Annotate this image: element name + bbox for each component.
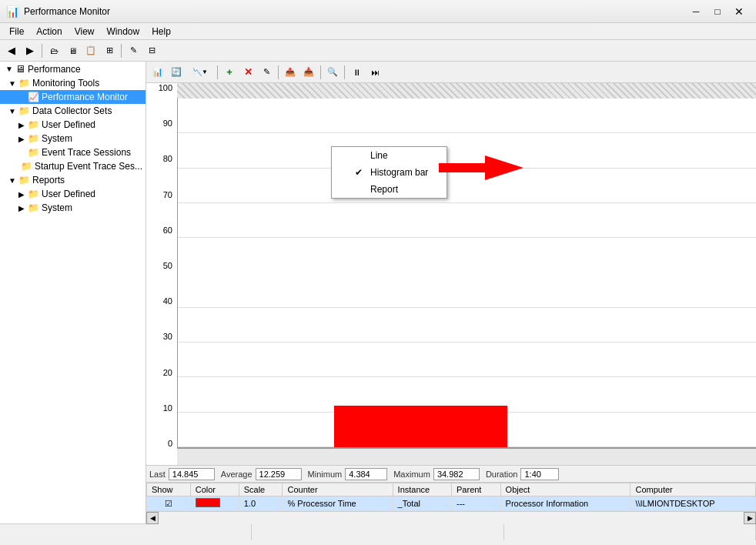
sidebar-item-performance-monitor[interactable]: 📈 Performance Monitor xyxy=(0,90,146,104)
x-axis xyxy=(177,448,756,465)
cell-parent: --- xyxy=(452,497,501,511)
expander-icon: ▶ xyxy=(15,135,28,143)
sidebar-item-startup-event-trace[interactable]: 📁 Startup Event Trace Ses... xyxy=(0,159,146,173)
sidebar-item-user-defined[interactable]: ▶ 📁 User Defined xyxy=(0,118,146,132)
monitor-button[interactable]: 🖥 xyxy=(64,42,81,59)
col-counter: Counter xyxy=(283,483,393,497)
menu-window[interactable]: Window xyxy=(101,25,146,38)
sidebar-item-reports[interactable]: ▼ 📁 Reports xyxy=(0,173,146,187)
last-value-input[interactable] xyxy=(169,468,215,480)
maximum-value-input[interactable] xyxy=(433,468,480,480)
cell-show: ☑ xyxy=(147,497,191,511)
monitor-toolbar: 📊 🔄 📉 ▼ + ✕ ✎ 📤 📥 🔍 ⏸ ⏭ xyxy=(146,62,756,83)
grid-button[interactable]: ⊞ xyxy=(101,42,118,59)
copy-button[interactable]: 📤 xyxy=(282,64,299,81)
content-panel: 📊 🔄 📉 ▼ + ✕ ✎ 📤 📥 🔍 ⏸ ⏭ Line xyxy=(146,62,756,523)
pause-button[interactable]: ⏸ xyxy=(348,64,365,81)
maximize-button[interactable]: □ xyxy=(707,3,728,20)
y-label-0: 0 xyxy=(146,439,172,448)
y-label-90: 90 xyxy=(146,119,172,128)
folder-button[interactable]: 🗁 xyxy=(45,42,62,59)
scroll-right-button[interactable]: ▶ xyxy=(744,512,756,524)
add-counter-button[interactable]: + xyxy=(221,64,238,81)
bottom-status-bar xyxy=(0,523,756,540)
y-label-30: 30 xyxy=(146,332,172,341)
dropdown-item-histogram-bar[interactable]: ✔ Histogram bar xyxy=(332,164,447,181)
cell-instance: _Total xyxy=(393,497,451,511)
sidebar-item-label: Reports xyxy=(32,175,65,186)
stats-bar: Last Average Minimum Maximum Duration xyxy=(146,465,756,482)
table-row[interactable]: ☑ 1.0 % Processor Time _Total --- Proces… xyxy=(147,497,756,511)
chart-area: 100 90 80 70 60 50 40 30 20 10 0 xyxy=(146,83,756,465)
average-value-input[interactable] xyxy=(256,468,302,480)
cell-computer: \\ILMIONTDESKTOP xyxy=(631,497,756,511)
expander-icon: ▶ xyxy=(15,190,28,199)
menu-action[interactable]: Action xyxy=(30,25,68,38)
folder-icon: 📁 xyxy=(28,119,39,130)
sidebar-item-reports-system[interactable]: ▶ 📁 System xyxy=(0,201,146,215)
edit-button[interactable]: ✎ xyxy=(125,42,142,59)
minimum-value-input[interactable] xyxy=(345,468,387,480)
list-button[interactable]: 📋 xyxy=(82,42,99,59)
toolbar-sep-4 xyxy=(344,65,345,79)
main-toolbar: ◀ ▶ 🗁 🖥 📋 ⊞ ✎ ⊟ xyxy=(0,40,756,62)
zoom-button[interactable]: 🔍 xyxy=(324,64,341,81)
sidebar-item-label: Data Collector Sets xyxy=(32,105,112,116)
minimize-button[interactable]: ─ xyxy=(685,3,707,20)
scroll-track[interactable] xyxy=(159,512,744,524)
folder-icon: 📁 xyxy=(21,161,32,172)
col-scale: Scale xyxy=(239,483,283,497)
chart-icon: 📈 xyxy=(28,92,39,102)
col-computer: Computer xyxy=(631,483,756,497)
delete-counter-button[interactable]: ✕ xyxy=(239,64,256,81)
back-button[interactable]: ◀ xyxy=(3,42,20,59)
col-color: Color xyxy=(190,483,239,497)
menu-help[interactable]: Help xyxy=(146,25,177,38)
y-label-20: 20 xyxy=(146,368,172,377)
folder-icon: 📁 xyxy=(18,175,30,186)
close-button[interactable]: ✕ xyxy=(728,3,750,20)
toolbar-separator-2 xyxy=(121,44,122,58)
y-label-40: 40 xyxy=(146,296,172,306)
highlight-button[interactable]: ✎ xyxy=(258,64,275,81)
sidebar-item-label: Performance xyxy=(28,64,81,75)
toolbar-sep-3 xyxy=(320,65,321,79)
menu-view[interactable]: View xyxy=(69,25,101,38)
cell-scale: 1.0 xyxy=(239,497,283,511)
menu-file[interactable]: File xyxy=(3,25,30,38)
horizontal-scrollbar[interactable]: ◀ ▶ xyxy=(146,511,756,523)
refresh-button[interactable]: 🔄 xyxy=(168,64,185,81)
scroll-left-button[interactable]: ◀ xyxy=(146,512,159,524)
sidebar-item-event-trace-sessions[interactable]: 📁 Event Trace Sessions xyxy=(0,145,146,159)
toolbar-separator xyxy=(42,44,42,58)
folder-icon: 📁 xyxy=(18,105,30,116)
title-bar: 📊 Performance Monitor ─ □ ✕ xyxy=(0,0,756,23)
checkmark-icon: ✔ xyxy=(355,167,370,178)
sidebar-item-performance[interactable]: ▼ 🖥 Performance xyxy=(0,62,146,76)
cell-color xyxy=(190,497,239,511)
sidebar-item-label: Monitoring Tools xyxy=(32,78,99,89)
view-type-button[interactable]: 📊 xyxy=(149,64,166,81)
sidebar-item-reports-user-defined[interactable]: ▶ 📁 User Defined xyxy=(0,187,146,201)
toolbar-sep xyxy=(217,65,218,79)
last-label: Last xyxy=(149,470,166,479)
sidebar-item-label: User Defined xyxy=(42,119,95,130)
dropdown-item-line[interactable]: Line xyxy=(332,147,447,164)
status-cell-1 xyxy=(0,524,252,540)
cell-counter: % Processor Time xyxy=(283,497,393,511)
sidebar-item-system[interactable]: ▶ 📁 System xyxy=(0,132,146,145)
forward-button[interactable]: ▶ xyxy=(22,42,38,59)
properties-button[interactable]: ⊟ xyxy=(143,42,160,59)
duration-value-input[interactable] xyxy=(520,468,559,480)
histogram-bar xyxy=(334,406,507,447)
step-button[interactable]: ⏭ xyxy=(366,64,383,81)
minimum-label: Minimum xyxy=(308,470,343,479)
maximum-label: Maximum xyxy=(393,470,430,479)
chart-type-dropdown-button[interactable]: 📉 ▼ xyxy=(186,64,214,81)
sidebar-item-data-collector-sets[interactable]: ▼ 📁 Data Collector Sets xyxy=(0,104,146,118)
sidebar-item-monitoring-tools[interactable]: ▼ 📁 Monitoring Tools xyxy=(0,76,146,90)
paste-button[interactable]: 📥 xyxy=(300,64,317,81)
dropdown-item-report[interactable]: Report xyxy=(332,181,447,198)
sidebar: ▼ 🖥 Performance ▼ 📁 Monitoring Tools 📈 P… xyxy=(0,62,146,523)
data-table-container: Show Color Scale Counter Instance Parent… xyxy=(146,482,756,511)
